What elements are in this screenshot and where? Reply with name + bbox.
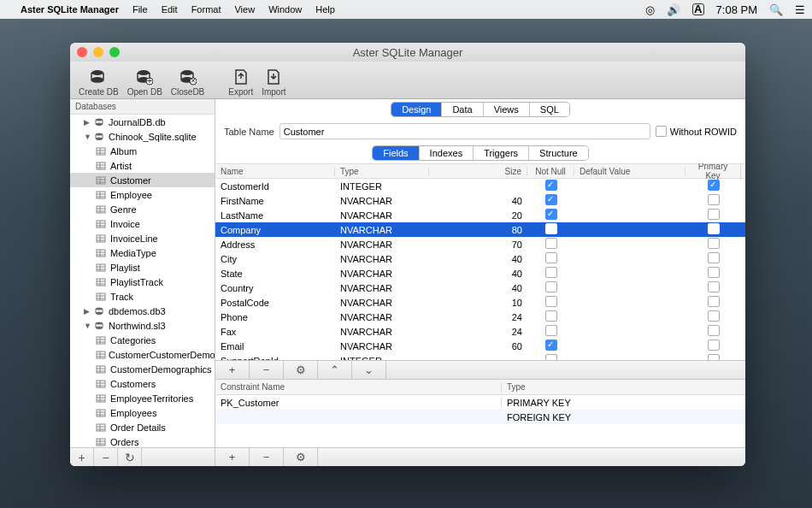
notnull-checkbox[interactable]: [545, 252, 557, 263]
table-segmented[interactable]: FieldsIndexesTriggersStructure: [373, 146, 587, 160]
table-row[interactable]: Artist: [70, 158, 215, 173]
field-add-button[interactable]: +: [215, 361, 250, 379]
field-row[interactable]: AddressNVARCHAR70: [215, 237, 745, 251]
field-row[interactable]: FaxNVARCHAR24: [215, 324, 745, 339]
table-row[interactable]: Genre: [70, 202, 215, 216]
notnull-checkbox[interactable]: [545, 310, 557, 322]
notnull-checkbox[interactable]: [545, 296, 557, 307]
field-remove-button[interactable]: −: [250, 361, 284, 379]
constraint-add-button[interactable]: +: [215, 448, 250, 466]
db-row[interactable]: ▼Northwind.sl3: [70, 318, 215, 333]
pk-checkbox[interactable]: [708, 238, 720, 249]
close-db-button[interactable]: × CloseDB: [168, 68, 208, 97]
pk-checkbox[interactable]: [708, 209, 720, 220]
table-row[interactable]: Employee: [70, 187, 215, 202]
menu-format[interactable]: Format: [191, 4, 221, 15]
seg-indexes[interactable]: Indexes: [420, 146, 474, 160]
status-icon[interactable]: ◎: [645, 3, 655, 16]
field-down-button[interactable]: ⌄: [352, 361, 386, 379]
field-row[interactable]: PostalCodeNVARCHAR10: [215, 295, 745, 310]
seg-views[interactable]: Views: [484, 103, 530, 116]
export-button[interactable]: Export: [225, 68, 256, 97]
seg-fields[interactable]: Fields: [373, 146, 419, 160]
pk-checkbox[interactable]: [708, 325, 720, 336]
spotlight-icon[interactable]: 🔍: [769, 3, 783, 16]
db-row[interactable]: ▼Chinook_Sqlite.sqlite: [70, 129, 215, 144]
volume-icon[interactable]: 🔊: [667, 3, 680, 16]
constraints-header[interactable]: Constraint Name Type: [215, 380, 745, 395]
constraint-row[interactable]: PK_CustomerPRIMARY KEY: [215, 395, 745, 410]
menu-help[interactable]: Help: [315, 4, 335, 15]
field-row[interactable]: CompanyNVARCHAR80: [215, 222, 745, 237]
pk-checkbox[interactable]: [708, 180, 720, 191]
field-row[interactable]: CountryNVARCHAR40: [215, 281, 745, 295]
field-gear-button[interactable]: ⚙: [284, 361, 318, 379]
field-row[interactable]: LastNameNVARCHAR20: [215, 208, 745, 222]
notnull-checkbox[interactable]: [545, 238, 557, 249]
view-segmented[interactable]: DesignDataViewsSQL: [391, 103, 569, 116]
table-row[interactable]: Track: [70, 289, 215, 304]
table-row[interactable]: Orders: [70, 434, 215, 447]
field-row[interactable]: CustomerIdINTEGER: [215, 179, 745, 193]
db-row[interactable]: ▶JournalDB.db: [70, 115, 215, 129]
field-row[interactable]: StateNVARCHAR40: [215, 266, 745, 281]
seg-sql[interactable]: SQL: [530, 103, 569, 116]
table-row[interactable]: Customers: [70, 376, 215, 391]
seg-data[interactable]: Data: [442, 103, 483, 116]
constraint-row[interactable]: FOREIGN KEY: [215, 410, 745, 424]
notnull-checkbox[interactable]: [545, 180, 557, 191]
field-up-button[interactable]: ⌃: [318, 361, 352, 379]
pk-checkbox[interactable]: [708, 281, 720, 292]
pk-checkbox[interactable]: [708, 296, 720, 307]
notnull-checkbox[interactable]: [545, 340, 557, 351]
seg-structure[interactable]: Structure: [529, 146, 588, 160]
table-row[interactable]: Playlist: [70, 260, 215, 275]
field-row[interactable]: PhoneNVARCHAR24: [215, 310, 745, 324]
notnull-checkbox[interactable]: [545, 194, 557, 205]
table-row[interactable]: Order Details: [70, 420, 215, 434]
list-icon[interactable]: ☰: [795, 3, 805, 16]
notnull-checkbox[interactable]: [545, 354, 557, 360]
remove-button[interactable]: −: [94, 448, 118, 467]
field-row[interactable]: FirstNameNVARCHAR40: [215, 193, 745, 208]
field-row[interactable]: SupportRepIdINTEGER: [215, 353, 745, 360]
fields-body[interactable]: CustomerIdINTEGERFirstNameNVARCHAR40Last…: [215, 179, 745, 360]
table-row[interactable]: EmployeeTerritories: [70, 391, 215, 405]
import-button[interactable]: Import: [258, 68, 289, 97]
db-row[interactable]: ▶dbdemos.db3: [70, 304, 215, 318]
menu-window[interactable]: Window: [268, 4, 302, 15]
table-row[interactable]: Invoice: [70, 216, 215, 231]
table-row[interactable]: Categories: [70, 333, 215, 347]
pk-checkbox[interactable]: [708, 194, 720, 205]
seg-triggers[interactable]: Triggers: [474, 146, 529, 160]
titlebar[interactable]: Aster SQLite Manager: [70, 43, 745, 62]
open-db-button[interactable]: + Open DB: [124, 68, 166, 97]
constraint-remove-button[interactable]: −: [250, 448, 284, 466]
table-row[interactable]: CustomerDemographics: [70, 362, 215, 376]
menu-edit[interactable]: Edit: [162, 4, 178, 15]
app-name[interactable]: Aster SQLite Manager: [21, 4, 119, 15]
fields-header[interactable]: Name Type Size Not Null Default Value Pr…: [215, 163, 745, 179]
table-row[interactable]: PlaylistTrack: [70, 275, 215, 289]
siri-icon[interactable]: A: [692, 3, 704, 15]
table-row[interactable]: Employees: [70, 405, 215, 420]
table-row[interactable]: Customer: [70, 173, 215, 187]
constraint-gear-button[interactable]: ⚙: [284, 448, 318, 466]
table-row[interactable]: Album: [70, 144, 215, 158]
pk-checkbox[interactable]: [708, 223, 720, 234]
notnull-checkbox[interactable]: [545, 209, 557, 220]
table-row[interactable]: CustomerCustomerDemo: [70, 347, 215, 362]
without-rowid-checkbox[interactable]: [656, 126, 667, 137]
pk-checkbox[interactable]: [708, 252, 720, 263]
notnull-checkbox[interactable]: [545, 267, 557, 278]
menu-view[interactable]: View: [234, 4, 255, 15]
notnull-checkbox[interactable]: [545, 223, 557, 234]
table-row[interactable]: InvoiceLine: [70, 231, 215, 245]
refresh-button[interactable]: ↻: [118, 448, 142, 467]
pk-checkbox[interactable]: [708, 354, 720, 360]
db-tree[interactable]: ▶JournalDB.db▼Chinook_Sqlite.sqliteAlbum…: [70, 115, 215, 447]
pk-checkbox[interactable]: [708, 340, 720, 351]
menu-file[interactable]: File: [132, 4, 148, 15]
table-row[interactable]: MediaType: [70, 245, 215, 260]
constraints-body[interactable]: PK_CustomerPRIMARY KEYFOREIGN KEY: [215, 395, 745, 424]
